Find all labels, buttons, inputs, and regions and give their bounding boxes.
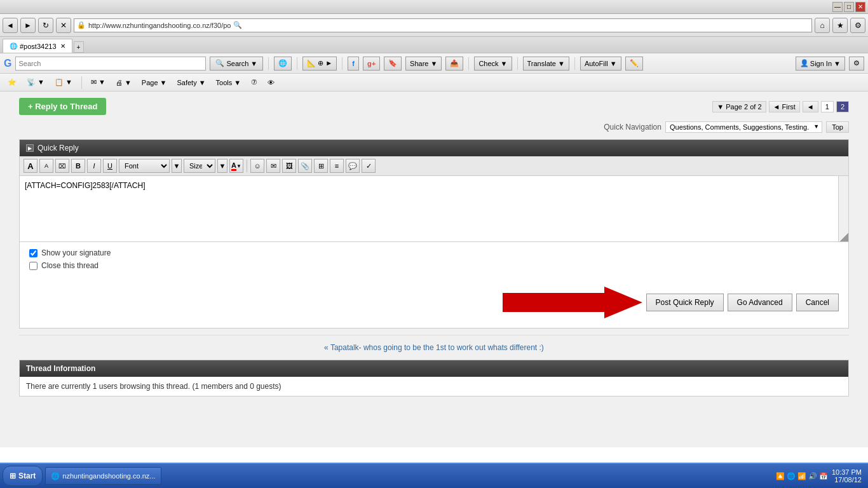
plus-toolbar-button[interactable]: g+: [363, 57, 380, 71]
first-page-button[interactable]: ◄ First: [769, 101, 800, 112]
list-button[interactable]: ≡: [330, 159, 344, 173]
url-text: http://www.nzhuntingandshooting.co.nz/f3…: [88, 22, 231, 29]
google-logo: G: [4, 58, 11, 69]
editor-textarea[interactable]: [ATTACH=CONFIG]2583[/ATTACH]: [20, 176, 848, 240]
top-button[interactable]: Top: [826, 121, 849, 133]
ie-taskbar-item[interactable]: 🌐 nzhuntingandshooting.co.nz...: [45, 467, 161, 485]
home-button[interactable]: ⌂: [815, 18, 830, 33]
close-thread-checkbox[interactable]: [29, 262, 37, 270]
thread-nav-anchor[interactable]: « Tapatalk- whos going to be the 1st to …: [324, 343, 544, 352]
toolbar-separator-ie: [81, 76, 82, 89]
safety-button[interactable]: Safety ▼: [173, 78, 209, 88]
image-button[interactable]: 🖼: [282, 159, 296, 173]
stop-button[interactable]: ✕: [56, 18, 71, 33]
page-1-button[interactable]: 1: [821, 101, 834, 112]
size-dropdown-arrow[interactable]: ▼: [217, 159, 227, 173]
attach-button[interactable]: 📎: [298, 159, 312, 173]
thread-info-text: There are currently 1 users browsing thi…: [26, 382, 190, 391]
tab-close-icon[interactable]: ✕: [60, 43, 65, 50]
editor-toolbar: A A ⌧ B I U Font ▼ Size ▼ A ▼ ☺ ✉ 🖼 📎 ⊞: [20, 156, 848, 176]
go-advanced-button[interactable]: Go Advanced: [728, 294, 792, 311]
editor-scrollbar[interactable]: [838, 176, 848, 241]
globe-toolbar-button[interactable]: 🌐: [274, 57, 292, 71]
cancel-button[interactable]: Cancel: [796, 294, 839, 311]
forward-button[interactable]: ►: [20, 18, 36, 33]
back-button[interactable]: ◄: [3, 18, 18, 33]
facebook-toolbar-button[interactable]: f: [348, 57, 359, 71]
tab-title: #post34213: [20, 43, 57, 50]
feeds-button[interactable]: 📡 ▼: [23, 77, 48, 88]
check-button[interactable]: ✓: [362, 159, 376, 173]
font-family-select[interactable]: Font: [119, 159, 170, 173]
autofill-icon[interactable]: ✏️: [625, 57, 643, 71]
font-dropdown-arrow[interactable]: ▼: [172, 159, 182, 173]
refresh-button[interactable]: ↻: [38, 18, 53, 33]
active-tab[interactable]: 🌐 #post34213 ✕: [3, 39, 72, 53]
prev-page-button[interactable]: ◄: [803, 101, 818, 112]
bubble-button[interactable]: 💬: [346, 159, 360, 173]
smiley-button[interactable]: ☺: [250, 159, 264, 173]
new-tab-button[interactable]: +: [74, 41, 84, 53]
check-button[interactable]: Check ▼: [474, 57, 512, 71]
editor-resize-handle[interactable]: [839, 233, 848, 241]
search-icon: 🔍: [215, 59, 224, 67]
taskbar-clock: 10:37 PM 17/08/12: [832, 468, 862, 484]
font-size-select[interactable]: Size: [184, 159, 215, 173]
google-search-input[interactable]: [15, 57, 206, 71]
tab-bar: 🌐 #post34213 ✕ +: [0, 37, 868, 53]
autofill-button[interactable]: AutoFill ▼: [580, 57, 621, 71]
quick-nav-dropdown[interactable]: Questions, Comments, Suggestions, Testin…: [665, 121, 822, 133]
table-button[interactable]: ⊞: [314, 159, 328, 173]
browser-title-bar: — □ ✕: [0, 0, 868, 14]
signin-button[interactable]: 👤 Sign In ▼: [796, 57, 845, 71]
post-quick-reply-button[interactable]: Post Quick Reply: [646, 294, 724, 311]
share-button[interactable]: Share ▼: [405, 57, 442, 71]
close-button[interactable]: ✕: [855, 2, 865, 12]
email-button[interactable]: ✉: [266, 159, 280, 173]
italic-button[interactable]: I: [87, 159, 101, 173]
address-bar[interactable]: 🔒 http://www.nzhuntingandshooting.co.nz/…: [74, 18, 812, 32]
minimize-button[interactable]: —: [832, 2, 843, 12]
toolbar-settings-button[interactable]: ⚙: [849, 57, 864, 71]
google-search-button[interactable]: 🔍 Search ▼: [210, 57, 263, 71]
settings-button[interactable]: ⚙: [850, 18, 865, 33]
underline-button[interactable]: U: [103, 159, 117, 173]
quick-reply-toggle-icon[interactable]: ▶: [26, 144, 34, 152]
bookmark-toolbar-button[interactable]: 🔖: [384, 57, 402, 71]
page-label-text: Page 2 of 2: [726, 103, 761, 111]
pagination-area: ▼ Page 2 of 2 ◄ First ◄ 1 2: [712, 101, 849, 112]
page-2-button[interactable]: 2: [836, 101, 849, 112]
maximize-button[interactable]: □: [844, 2, 854, 12]
tray-icons: 🔼 🌐 📶 🔊 📅: [776, 472, 828, 480]
show-signature-label[interactable]: Show your signature: [41, 248, 111, 257]
tools-button[interactable]: Tools ▼: [212, 78, 245, 88]
page-dropdown[interactable]: ▼ Page 2 of 2: [712, 101, 766, 112]
close-thread-row: Close this thread: [29, 261, 839, 270]
remove-format-button[interactable]: ⌧: [55, 159, 69, 173]
font-color-button[interactable]: A ▼: [229, 159, 243, 173]
font-size-down-button[interactable]: A: [39, 159, 53, 173]
start-button[interactable]: ⊞ Start: [3, 466, 43, 486]
page-button[interactable]: Page ▼: [138, 78, 171, 88]
toolbar-icons-group[interactable]: 📐 ⊕ ►: [302, 57, 337, 71]
eye-button[interactable]: 👁: [264, 78, 278, 88]
ie-toolbar: ⭐ 📡 ▼ 📋 ▼ ✉ ▼ 🖨 ▼ Page ▼ Safety ▼ Tools …: [0, 74, 868, 92]
translate-button[interactable]: Translate ▼: [523, 57, 569, 71]
history-button[interactable]: 📋 ▼: [51, 77, 76, 88]
quick-reply-header: ▶ Quick Reply: [20, 140, 848, 156]
reply-to-thread-button[interactable]: + Reply to Thread: [19, 98, 106, 115]
quick-reply-section: ▶ Quick Reply A A ⌧ B I U Font ▼ Size ▼ …: [19, 139, 849, 329]
favorites-star-button[interactable]: ⭐: [4, 77, 20, 88]
toolbar-separator-5: [517, 57, 518, 70]
favorites-button[interactable]: ★: [832, 18, 848, 33]
thread-nav-link: « Tapatalk- whos going to be the 1st to …: [19, 335, 849, 360]
bold-button[interactable]: B: [71, 159, 85, 173]
print-button[interactable]: 🖨 ▼: [112, 78, 135, 88]
font-size-up-button[interactable]: A: [24, 159, 37, 173]
help-button[interactable]: ⑦: [247, 77, 261, 88]
close-thread-label[interactable]: Close this thread: [41, 261, 98, 270]
show-signature-row: Show your signature: [29, 248, 839, 257]
share-icon[interactable]: 📤: [445, 57, 463, 71]
mail-button[interactable]: ✉ ▼: [87, 77, 109, 88]
show-signature-checkbox[interactable]: [29, 249, 37, 257]
